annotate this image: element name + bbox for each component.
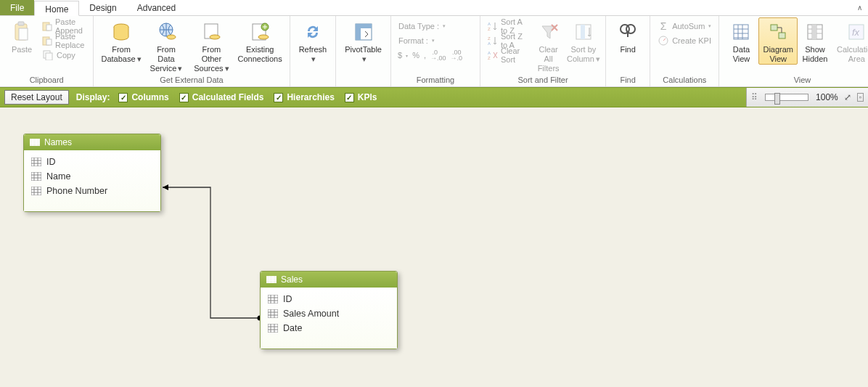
field-name[interactable]: Name (30, 169, 155, 184)
percent-button[interactable]: % (410, 48, 422, 62)
display-kpis-checkbox[interactable]: ✓KPIs (345, 92, 377, 102)
svg-rect-42 (31, 172, 41, 181)
drag-handle-icon[interactable]: ⠿ (751, 92, 758, 102)
svg-rect-41 (31, 158, 41, 166)
ribbon: Paste Paste Append Paste Replace Copy Cl… (0, 16, 868, 87)
table-icon (30, 139, 40, 146)
paste-label: Paste (12, 45, 32, 54)
reset-layout-button[interactable]: Reset Layout (4, 90, 69, 105)
group-pivot: PivotTable▾ (336, 16, 391, 86)
zoom-control: ⠿ 100% ⤢ ▫ (746, 88, 868, 107)
tab-file[interactable]: File (0, 0, 34, 15)
comma-button[interactable]: , (422, 48, 428, 62)
column-icon (268, 309, 278, 318)
svg-rect-35 (812, 25, 816, 39)
find-icon (616, 20, 639, 44)
clear-all-filters-button[interactable]: Clear All Filters (531, 17, 566, 73)
group-find-label: Find (610, 74, 645, 86)
zoom-slider[interactable] (765, 94, 808, 101)
display-hierarchies-checkbox[interactable]: ✓Hierarchies (274, 92, 334, 102)
sort-by-column-label: Sort by Column▾ (567, 45, 600, 64)
table-sales-fields: ID Sales Amount Date (261, 288, 397, 349)
svg-rect-27 (581, 25, 585, 39)
calculation-area-label: Calculation Area (837, 45, 868, 64)
sort-az-button[interactable]: AZSort A to Z (485, 19, 531, 33)
tab-home[interactable]: Home (34, 1, 79, 16)
calculation-area-button[interactable]: fx Calculation Area (832, 17, 868, 64)
data-view-button[interactable]: Data View (724, 17, 758, 64)
svg-rect-45 (268, 295, 278, 304)
paste-replace-button[interactable]: Paste Replace (39, 33, 89, 48)
clear-all-filters-label: Clear All Filters (536, 45, 562, 73)
show-hidden-button[interactable]: Show Hidden (798, 17, 832, 64)
fit-to-screen-icon[interactable]: ⤢ (844, 92, 851, 102)
tab-advanced[interactable]: Advanced (127, 0, 186, 15)
existing-connections-button[interactable]: Existing Connections (235, 17, 285, 64)
data-type-button[interactable]: Data Type : ▾ (396, 19, 475, 33)
format-button[interactable]: Format : ▾ (396, 33, 475, 48)
field-sales-amount[interactable]: Sales Amount (266, 306, 391, 321)
existing-connections-label: Existing Connections (238, 45, 282, 64)
diagram-canvas[interactable]: Names ID Name Phone Number Sales ID Sale… (0, 107, 868, 387)
table-names[interactable]: Names ID Name Phone Number (23, 134, 161, 212)
format-label: Format : (398, 36, 428, 45)
field-id[interactable]: ID (266, 292, 391, 306)
check-icon: ✓ (274, 93, 283, 102)
from-database-button[interactable]: From Database▾ (98, 17, 144, 64)
clear-sort-button[interactable]: AZClear Sort (485, 48, 531, 62)
paste-icon (10, 20, 33, 44)
svg-text:Z: Z (488, 27, 491, 31)
field-id[interactable]: ID (30, 155, 155, 169)
create-kpi-button[interactable]: Create KPI (655, 33, 714, 48)
refresh-label: Refresh▾ (299, 45, 327, 64)
collapse-ribbon-icon[interactable]: ∧ (851, 0, 868, 15)
database-icon (110, 20, 133, 44)
increase-decimals-button[interactable]: .0 →.00 (428, 48, 449, 62)
svg-rect-40 (30, 139, 40, 146)
group-get-external-data-label: Get External Data (98, 74, 284, 86)
svg-rect-4 (46, 25, 52, 30)
check-icon: ✓ (345, 93, 354, 102)
svg-text:A: A (488, 51, 491, 55)
paste-button[interactable]: Paste (4, 17, 39, 54)
group-view: Data View Diagram View Show Hidden fx Ca… (719, 16, 868, 86)
diagram-view-button[interactable]: Diagram View (758, 17, 798, 65)
sort-za-button[interactable]: ZASort Z to A (485, 33, 531, 48)
from-other-sources-label: From Other Sources▾ (192, 45, 230, 73)
diagram-view-label: Diagram View (763, 45, 793, 64)
display-columns-checkbox[interactable]: ✓Columns (118, 92, 168, 102)
pivottable-button[interactable]: PivotTable▾ (340, 17, 386, 64)
tab-design[interactable]: Design (79, 0, 126, 15)
actual-size-icon[interactable]: ▫ (857, 93, 864, 102)
table-sales[interactable]: Sales ID Sales Amount Date (260, 271, 398, 349)
field-phone-number[interactable]: Phone Number (30, 184, 155, 198)
display-calculated-fields-checkbox[interactable]: ✓Calculated Fields (179, 92, 264, 102)
svg-point-29 (626, 25, 635, 33)
column-icon (31, 158, 41, 166)
group-calculations-label: Calculations (655, 74, 714, 86)
find-label: Find (620, 45, 635, 54)
autosum-button[interactable]: ΣAutoSum ▾ (655, 19, 714, 33)
table-names-title: Names (44, 137, 72, 147)
clear-sort-label: Clear Sort (501, 46, 528, 64)
decrease-decimals-button[interactable]: .00 →.0 (449, 48, 465, 62)
table-sales-header[interactable]: Sales (261, 272, 397, 288)
column-icon (268, 324, 278, 333)
svg-rect-31 (734, 25, 748, 39)
from-data-service-button[interactable]: From Data Service▾ (144, 17, 188, 73)
svg-text:A: A (488, 41, 491, 46)
field-label: Name (46, 171, 70, 182)
currency-button[interactable]: $ ▾ (396, 48, 410, 62)
svg-rect-8 (46, 53, 52, 60)
calculation-area-icon: fx (845, 20, 868, 44)
display-calculated-fields-label: Calculated Fields (192, 92, 264, 102)
paste-append-button[interactable]: Paste Append (39, 19, 89, 33)
field-date[interactable]: Date (266, 321, 391, 335)
from-other-sources-button[interactable]: From Other Sources▾ (188, 17, 234, 73)
table-names-fields: ID Name Phone Number (24, 150, 160, 211)
table-names-header[interactable]: Names (24, 134, 160, 150)
copy-button[interactable]: Copy (39, 48, 89, 62)
refresh-button[interactable]: Refresh▾ (295, 17, 332, 64)
find-button[interactable]: Find (610, 17, 645, 54)
sort-by-column-button[interactable]: Sort by Column▾ (566, 17, 602, 64)
